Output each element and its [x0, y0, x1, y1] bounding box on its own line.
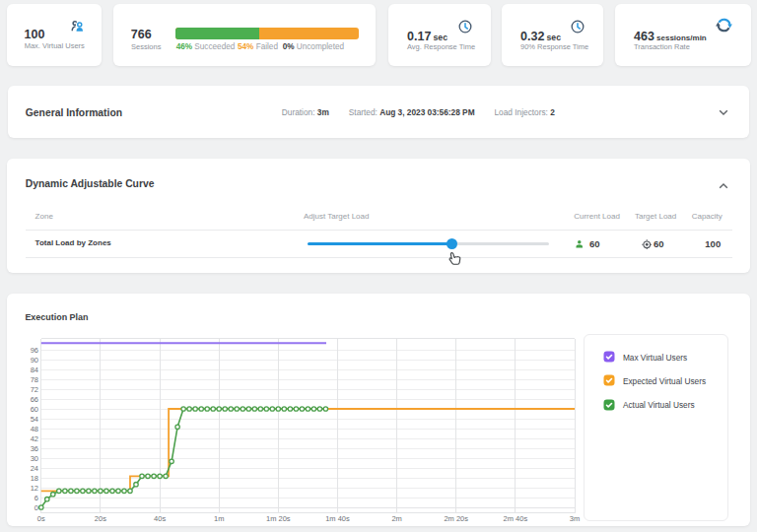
svg-text:42: 42 [31, 434, 38, 443]
svg-text:2m: 2m [391, 514, 401, 523]
svg-text:72: 72 [31, 385, 38, 394]
svg-text:12: 12 [31, 484, 38, 493]
svg-text:2m 40s: 2m 40s [504, 514, 528, 523]
svg-text:90: 90 [31, 356, 38, 365]
svg-text:1m 40s: 1m 40s [325, 514, 350, 523]
svg-text:2m 20s: 2m 20s [444, 514, 468, 523]
svg-text:0s: 0s [37, 514, 45, 523]
svg-text:18: 18 [31, 474, 38, 483]
svg-text:84: 84 [31, 366, 38, 374]
svg-text:1m: 1m [214, 514, 224, 523]
svg-text:24: 24 [31, 464, 38, 473]
svg-text:0: 0 [34, 503, 38, 512]
svg-text:48: 48 [31, 425, 38, 433]
svg-text:20s: 20s [95, 514, 106, 523]
svg-text:78: 78 [31, 375, 38, 384]
svg-text:3m: 3m [570, 514, 580, 523]
svg-text:40s: 40s [154, 514, 166, 523]
svg-text:54: 54 [31, 415, 38, 424]
svg-text:6: 6 [34, 494, 38, 502]
svg-text:36: 36 [31, 444, 38, 453]
svg-text:30: 30 [31, 454, 38, 463]
svg-text:1m 20s: 1m 20s [266, 514, 291, 523]
svg-text:66: 66 [31, 395, 38, 404]
svg-text:60: 60 [31, 405, 38, 414]
svg-text:96: 96 [31, 346, 38, 355]
